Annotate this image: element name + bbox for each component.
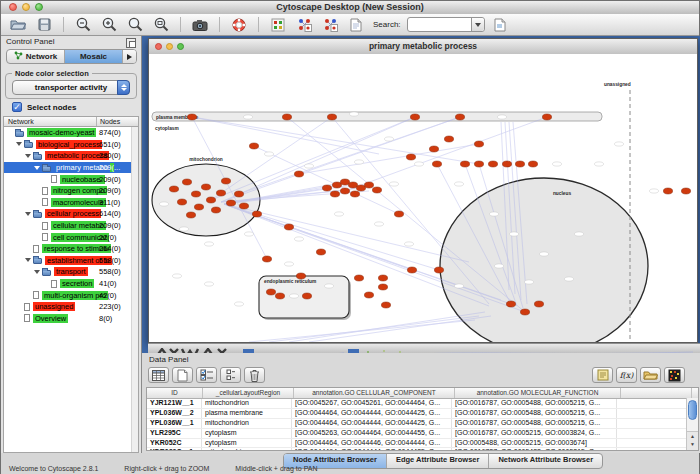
tab-mosaic[interactable]: Mosaic [65,50,123,63]
network-label[interactable]: mosaic-demo-yeast [27,128,96,137]
table-cell[interactable]: [GO:0045263, GO:0044464, GO:0044455, G..… [292,429,452,438]
graph-node[interactable] [372,187,381,193]
table-cell[interactable]: [GO:0016787, GO:0005488, GO:0005215, G..… [452,409,617,418]
tab-network[interactable]: Network [7,50,65,63]
graph-node[interactable] [226,200,235,206]
tree-row[interactable]: transport558(0) [4,266,138,278]
network-label[interactable]: transport [54,267,88,276]
tree-row[interactable]: metabolic process280(0) [4,150,138,162]
search-field[interactable] [410,18,466,29]
graph-node[interactable] [429,146,438,152]
tree-row[interactable]: unassigned223(0) [4,301,138,313]
table-cell[interactable]: [GO:0005488, GO:0005215, GO:0003674] [452,439,617,448]
table-row[interactable]: YJR121W__1mitochondrion[GO:0045267, GO:0… [147,399,698,409]
network-label[interactable]: cellular metabo [51,221,106,230]
graph-node[interactable] [663,188,672,194]
graph-node[interactable] [239,203,248,209]
tree-row[interactable]: nucleobase-209(0) [4,173,138,185]
graph-node[interactable] [434,267,443,273]
table-cell[interactable]: [GO:0016787, GO:0005488, GO:0005215, G..… [452,448,617,451]
select-all-attributes-button[interactable] [148,367,169,383]
table-row[interactable]: YPL036W__1mitochondrion[GO:0044464, GO:0… [147,419,698,429]
graph-node[interactable] [502,161,511,167]
graph-node[interactable] [221,178,230,184]
graph-node[interactable] [394,211,403,217]
zoom-view-button[interactable] [177,43,184,50]
table-cell[interactable]: YJR121W__1 [147,399,202,408]
graph-node[interactable] [407,267,416,273]
table-cell[interactable]: [GO:0016787, GO:0005215, GO:0003824, G..… [452,429,617,438]
graph-node[interactable] [406,154,415,160]
table-row[interactable]: YKR052Ccytoplasm[GO:0044464, GO:0044446,… [147,439,698,449]
graph-node[interactable] [474,141,483,147]
graph-node[interactable] [332,182,341,188]
column-header[interactable]: ID [147,388,203,398]
network-label[interactable]: Overview [33,314,68,323]
graph-node[interactable] [322,185,331,191]
graph-node[interactable] [681,188,690,194]
graph-node[interactable] [506,301,515,307]
open-session-button[interactable] [7,16,29,34]
graph-node[interactable] [350,191,359,197]
table-cell[interactable]: plasma membrane [202,409,292,418]
network-label[interactable]: cellular process [45,209,101,218]
table-cell[interactable]: [GO:0045267, GO:0045261, GO:0044464, G..… [292,399,452,408]
graph-node[interactable] [194,204,203,210]
search-config-icon[interactable] [489,16,511,34]
graph-node[interactable] [528,161,537,167]
graph-node[interactable] [234,191,243,197]
tree-row[interactable]: cellular metabo209(0) [4,220,138,232]
tree-row[interactable]: secretion41(0) [4,278,138,290]
graph-node[interactable] [364,182,373,188]
graph-node[interactable] [252,211,261,217]
tab-edge-attribute-browser[interactable]: Edge Attribute Browser [387,454,489,468]
graph-node[interactable] [186,212,195,218]
graph-node[interactable] [182,179,191,185]
graph-node[interactable] [266,289,275,295]
table-cell[interactable]: YKR052C [147,439,202,448]
select-nodes-checkbox[interactable]: ✓ [12,102,22,112]
table-cell[interactable]: cytoplasm [202,439,292,448]
graph-node[interactable] [534,301,543,307]
graph-node[interactable] [187,114,196,120]
graph-node[interactable] [296,273,305,279]
graph-node[interactable] [455,114,464,120]
attribute-matrix-button[interactable] [664,367,685,383]
graph-node[interactable] [378,284,387,290]
graph-node[interactable] [211,207,220,213]
graph-node[interactable] [294,171,303,177]
table-row[interactable]: YLR295Ccytoplasm[GO:0045263, GO:0044464,… [147,429,698,439]
tab-network-attribute-browser[interactable]: Network Attribute Browser [489,454,602,468]
more-tabs-arrow-icon[interactable] [123,50,136,63]
network-canvas[interactable]: plasma membranecytoplasmmitochondrionnuc… [149,54,697,342]
graph-node[interactable] [515,161,524,167]
import-attributes-button[interactable] [640,367,661,383]
column-header[interactable]: annotation.GO MOLECULAR_FUNCTION [455,388,621,398]
graph-node[interactable] [201,184,210,190]
graph-node[interactable] [316,249,325,255]
scrollbar-thumb[interactable] [688,400,697,420]
tree-scrollbar[interactable] [131,127,138,452]
graph-node[interactable] [340,188,349,194]
layout-icon[interactable] [319,16,341,34]
graph-node[interactable] [520,309,529,315]
graph-node[interactable] [410,114,419,120]
graph-node[interactable] [354,275,363,281]
graph-node[interactable] [191,191,200,197]
tree-row[interactable]: Overview8(0) [4,313,138,325]
tree-row[interactable]: response to stimulu264(0) [4,243,138,255]
graph-node[interactable] [284,224,293,230]
close-view-button[interactable] [155,43,162,50]
graph-node[interactable] [460,161,469,167]
attribute-grid-icon[interactable] [267,16,289,34]
table-cell[interactable]: [GO:0044464, GO:0044446, GO:0044444, G..… [292,439,452,448]
minimize-view-button[interactable] [166,43,173,50]
expander-icon[interactable] [25,258,31,262]
table-row[interactable]: YPL036W__2plasma membrane[GO:0044464, GO… [147,409,698,419]
graph-node[interactable] [206,197,215,203]
snapshot-camera-icon[interactable] [189,16,211,34]
table-cell[interactable]: mitochondrion [202,419,292,428]
attribute-table[interactable]: ID_cellularLayoutRegionannotation.GO CEL… [146,387,699,451]
graph-node[interactable] [340,179,349,185]
table-cell[interactable]: [GO:0044464, GO:0044444, GO:0044425, G..… [292,448,452,451]
